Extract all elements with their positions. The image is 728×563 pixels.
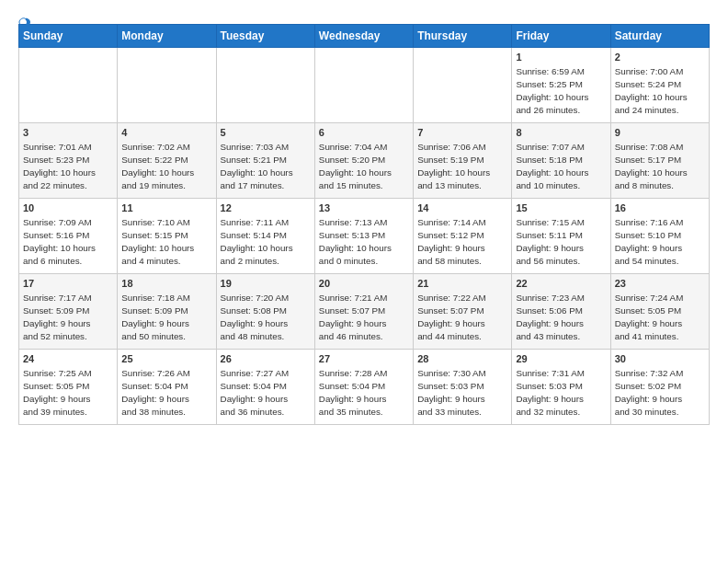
day-number: 12 [221,201,311,215]
calendar-cell: 14Sunrise: 7:14 AM Sunset: 5:12 PM Dayli… [414,199,512,274]
weekday-header-wednesday: Wednesday [314,25,413,48]
weekday-header-sunday: Sunday [19,25,118,48]
day-number: 17 [23,277,113,291]
day-info: Sunrise: 7:07 AM Sunset: 5:18 PM Dayligh… [516,141,606,191]
weekday-header-tuesday: Tuesday [216,25,314,48]
calendar-cell: 7Sunrise: 7:06 AM Sunset: 5:19 PM Daylig… [414,123,512,199]
calendar-cell: 20Sunrise: 7:21 AM Sunset: 5:07 PM Dayli… [314,274,413,350]
calendar-cell: 10Sunrise: 7:09 AM Sunset: 5:16 PM Dayli… [19,199,118,274]
day-number: 4 [121,126,211,140]
day-number: 20 [319,277,409,291]
day-number: 7 [417,126,507,140]
calendar-cell: 3Sunrise: 7:01 AM Sunset: 5:23 PM Daylig… [19,123,118,199]
day-info: Sunrise: 7:27 AM Sunset: 5:04 PM Dayligh… [221,367,311,418]
day-number: 6 [319,126,409,140]
day-info: Sunrise: 7:23 AM Sunset: 5:06 PM Dayligh… [516,292,606,342]
day-number: 8 [516,126,606,140]
day-info: Sunrise: 7:16 AM Sunset: 5:10 PM Dayligh… [615,216,705,267]
day-number: 3 [23,126,113,140]
day-number: 21 [417,277,507,291]
calendar-cell: 19Sunrise: 7:20 AM Sunset: 5:08 PM Dayli… [216,274,314,350]
weekday-header-row: SundayMondayTuesdayWednesdayThursdayFrid… [19,25,710,48]
calendar-cell: 11Sunrise: 7:10 AM Sunset: 5:15 PM Dayli… [118,199,216,274]
calendar-cell: 24Sunrise: 7:25 AM Sunset: 5:05 PM Dayli… [19,350,118,425]
calendar-cell [414,48,512,123]
day-info: Sunrise: 7:18 AM Sunset: 5:09 PM Dayligh… [121,292,211,342]
calendar-cell: 26Sunrise: 7:27 AM Sunset: 5:04 PM Dayli… [216,350,314,425]
day-info: Sunrise: 7:24 AM Sunset: 5:05 PM Dayligh… [615,292,705,342]
day-number: 9 [615,126,705,140]
calendar-cell: 5Sunrise: 7:03 AM Sunset: 5:21 PM Daylig… [216,123,314,199]
calendar-cell: 25Sunrise: 7:26 AM Sunset: 5:04 PM Dayli… [118,350,216,425]
calendar-cell: 17Sunrise: 7:17 AM Sunset: 5:09 PM Dayli… [19,274,118,350]
day-info: Sunrise: 7:03 AM Sunset: 5:21 PM Dayligh… [221,141,311,191]
day-info: Sunrise: 7:25 AM Sunset: 5:05 PM Dayligh… [23,367,113,418]
weekday-header-thursday: Thursday [414,25,512,48]
calendar-table: SundayMondayTuesdayWednesdayThursdayFrid… [18,24,710,425]
day-number: 18 [121,277,211,291]
calendar-week-row: 24Sunrise: 7:25 AM Sunset: 5:05 PM Dayli… [19,350,710,425]
calendar-cell: 30Sunrise: 7:32 AM Sunset: 5:02 PM Dayli… [610,350,709,425]
calendar-week-row: 10Sunrise: 7:09 AM Sunset: 5:16 PM Dayli… [19,199,710,274]
day-number: 13 [319,201,409,215]
day-info: Sunrise: 7:20 AM Sunset: 5:08 PM Dayligh… [221,292,311,342]
day-number: 25 [121,352,211,366]
calendar-cell [314,48,413,123]
day-number: 27 [319,352,409,366]
day-info: Sunrise: 7:15 AM Sunset: 5:11 PM Dayligh… [516,216,606,267]
day-info: Sunrise: 7:28 AM Sunset: 5:04 PM Dayligh… [319,367,409,418]
day-info: Sunrise: 7:01 AM Sunset: 5:23 PM Dayligh… [23,141,113,191]
day-number: 22 [516,277,606,291]
calendar-cell [118,48,216,123]
weekday-header-friday: Friday [512,25,610,48]
day-info: Sunrise: 7:04 AM Sunset: 5:20 PM Dayligh… [319,141,409,191]
day-number: 19 [221,277,311,291]
day-info: Sunrise: 7:21 AM Sunset: 5:07 PM Dayligh… [319,292,409,342]
day-number: 2 [615,51,705,64]
day-number: 29 [516,352,606,366]
day-info: Sunrise: 7:06 AM Sunset: 5:19 PM Dayligh… [417,141,507,191]
day-number: 10 [23,201,113,215]
calendar-cell: 16Sunrise: 7:16 AM Sunset: 5:10 PM Dayli… [610,199,709,274]
day-info: Sunrise: 7:32 AM Sunset: 5:02 PM Dayligh… [615,367,705,418]
calendar-cell: 27Sunrise: 7:28 AM Sunset: 5:04 PM Dayli… [314,350,413,425]
calendar-cell: 2Sunrise: 7:00 AM Sunset: 5:24 PM Daylig… [610,48,709,123]
calendar-cell: 9Sunrise: 7:08 AM Sunset: 5:17 PM Daylig… [610,123,709,199]
day-info: Sunrise: 7:17 AM Sunset: 5:09 PM Dayligh… [23,292,113,342]
calendar-cell: 21Sunrise: 7:22 AM Sunset: 5:07 PM Dayli… [414,274,512,350]
logo-bird-icon [18,17,31,29]
day-info: Sunrise: 7:10 AM Sunset: 5:15 PM Dayligh… [121,216,211,267]
day-number: 14 [417,201,507,215]
calendar-week-row: 17Sunrise: 7:17 AM Sunset: 5:09 PM Dayli… [19,274,710,350]
calendar-cell: 13Sunrise: 7:13 AM Sunset: 5:13 PM Dayli… [314,199,413,274]
calendar-page: SundayMondayTuesdayWednesdayThursdayFrid… [0,0,728,434]
day-number: 15 [516,201,606,215]
day-number: 23 [615,277,705,291]
calendar-cell: 8Sunrise: 7:07 AM Sunset: 5:18 PM Daylig… [512,123,610,199]
calendar-cell: 4Sunrise: 7:02 AM Sunset: 5:22 PM Daylig… [118,123,216,199]
day-info: Sunrise: 7:22 AM Sunset: 5:07 PM Dayligh… [417,292,507,342]
day-number: 1 [516,51,606,64]
day-number: 24 [23,352,113,366]
calendar-cell [216,48,314,123]
calendar-cell: 23Sunrise: 7:24 AM Sunset: 5:05 PM Dayli… [610,274,709,350]
day-info: Sunrise: 6:59 AM Sunset: 5:25 PM Dayligh… [516,65,606,116]
day-number: 28 [417,352,507,366]
day-info: Sunrise: 7:11 AM Sunset: 5:14 PM Dayligh… [221,216,311,267]
calendar-week-row: 3Sunrise: 7:01 AM Sunset: 5:23 PM Daylig… [19,123,710,199]
day-info: Sunrise: 7:30 AM Sunset: 5:03 PM Dayligh… [417,367,507,418]
calendar-cell: 12Sunrise: 7:11 AM Sunset: 5:14 PM Dayli… [216,199,314,274]
day-info: Sunrise: 7:13 AM Sunset: 5:13 PM Dayligh… [319,216,409,267]
calendar-cell: 28Sunrise: 7:30 AM Sunset: 5:03 PM Dayli… [414,350,512,425]
weekday-header-saturday: Saturday [610,25,709,48]
day-info: Sunrise: 7:00 AM Sunset: 5:24 PM Dayligh… [615,65,705,116]
day-number: 5 [221,126,311,140]
day-info: Sunrise: 7:08 AM Sunset: 5:17 PM Dayligh… [615,141,705,191]
calendar-cell: 6Sunrise: 7:04 AM Sunset: 5:20 PM Daylig… [314,123,413,199]
day-number: 30 [615,352,705,366]
calendar-cell: 29Sunrise: 7:31 AM Sunset: 5:03 PM Dayli… [512,350,610,425]
day-number: 16 [615,201,705,215]
calendar-cell: 22Sunrise: 7:23 AM Sunset: 5:06 PM Dayli… [512,274,610,350]
calendar-cell [19,48,118,123]
calendar-cell: 18Sunrise: 7:18 AM Sunset: 5:09 PM Dayli… [118,274,216,350]
